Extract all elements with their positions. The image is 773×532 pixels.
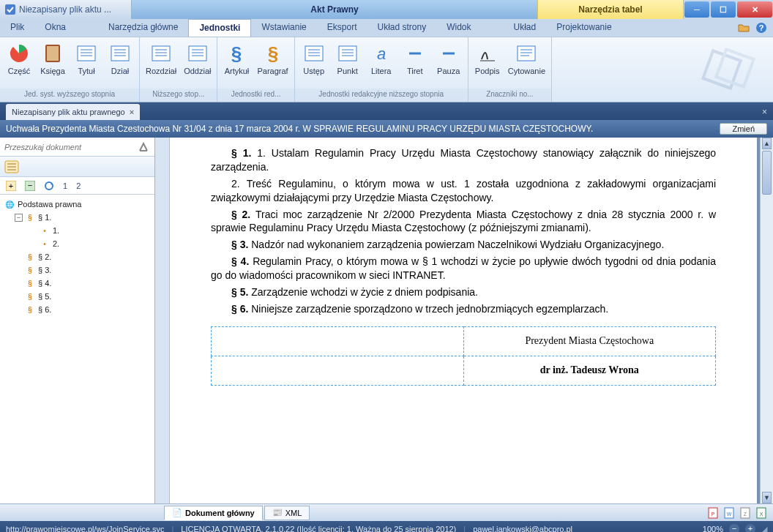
menu-wstawianie[interactable]: Wstawianie [251, 19, 316, 37]
menu-widok[interactable]: Widok [436, 19, 481, 37]
expander-icon[interactable]: − [15, 214, 23, 222]
ribbon-paragraf[interactable]: §Paragraf [254, 40, 291, 89]
menu-plik[interactable]: Plik [0, 19, 34, 37]
tree-item[interactable]: •1. [1, 224, 153, 237]
ribbon-group-label: Jed. syst. wyższego stopnia [0, 89, 139, 102]
clear-search-icon[interactable] [138, 142, 150, 152]
tree-item[interactable]: −§§ 1. [1, 211, 153, 224]
menu-układ-strony[interactable]: Układ strony [367, 19, 436, 37]
sidebar: + − 1 2 🌐 Podstawa prawna −§§ 1.•1.•2.§§… [0, 138, 155, 503]
artykul-icon: § [225, 42, 248, 65]
ribbon-pauza[interactable]: Pauza [433, 40, 465, 89]
change-button[interactable]: Zmień [720, 123, 767, 135]
refresh-icon[interactable] [44, 181, 54, 191]
window-controls: ─ ☐ ✕ [684, 0, 773, 19]
svg-rect-13 [152, 46, 170, 61]
level-1[interactable]: 1 [63, 181, 67, 190]
paragraph-icon: § [25, 265, 35, 275]
tree-item[interactable]: §§ 5. [1, 290, 153, 303]
para-6-num: § 6. [231, 303, 251, 315]
ribbon-cytowanie[interactable]: Cytowanie [505, 40, 548, 89]
ribbon-oddział[interactable]: Oddział [181, 40, 214, 89]
search-input[interactable] [4, 143, 138, 151]
svg-text:Z: Z [744, 512, 747, 517]
bottom-tab-strip: 📄 Dokument główny 📰 XML P W Z X [0, 503, 773, 521]
menu-okna[interactable]: Okna [34, 19, 76, 37]
maximize-button[interactable]: ☐ [711, 1, 736, 18]
window-titlebar: Niezapisany plik aktu ... Akt Prawny Nar… [0, 0, 773, 19]
ribbon-litera[interactable]: aLitera [365, 40, 397, 89]
resize-grip-icon[interactable]: ◢ [761, 525, 767, 533]
expand-all-icon[interactable]: + [6, 181, 16, 191]
svg-text:§: § [231, 42, 242, 64]
tree-item[interactable]: §§ 2. [1, 250, 153, 263]
menu-jednostki[interactable]: Jednostki [188, 19, 251, 37]
scroll-down-icon[interactable]: ▼ [762, 492, 772, 503]
tiret-icon [403, 42, 427, 65]
menu-narzędzia-główne[interactable]: Narzędzia główne [98, 19, 188, 37]
paragraph-icon: § [25, 278, 35, 288]
ribbon-część[interactable]: Część [3, 40, 35, 89]
ribbon-tytuł[interactable]: Tytuł [70, 40, 102, 89]
outline-view-icon[interactable] [4, 160, 19, 173]
close-all-tabs-icon[interactable]: × [756, 104, 773, 120]
search-row [0, 138, 154, 157]
svg-rect-23 [305, 46, 323, 61]
ribbon-dział[interactable]: Dział [104, 40, 136, 89]
ribbon-group-label: Jednostki redakcyjne niższego stopnia [295, 89, 468, 102]
ribbon-tiret[interactable]: Tiret [399, 40, 431, 89]
ribbon-punkt[interactable]: Punkt [332, 40, 364, 89]
export-doc-icon[interactable]: W [723, 507, 735, 519]
signature-title: Prezydent Miasta Częstochowa [463, 326, 716, 356]
zoom-out-button[interactable]: − [729, 524, 739, 532]
menu-eksport[interactable]: Eksport [317, 19, 367, 37]
level-2[interactable]: 2 [76, 181, 81, 190]
tree-item[interactable]: §§ 6. [1, 303, 153, 316]
vertical-scrollbar[interactable]: ▲ ▼ [760, 138, 773, 503]
help-icon[interactable]: ? [755, 22, 767, 34]
menu-projektowanie[interactable]: Projektowanie [546, 19, 621, 37]
para-1-2: 2. Treść Regulaminu, o którym mowa w ust… [211, 178, 716, 203]
status-zoom: 100% [703, 525, 723, 532]
document-header-text: Uchwała Prezydenta Miasta Czestochowa Nr… [6, 124, 593, 134]
tab-main-document[interactable]: 📄 Dokument główny [164, 506, 263, 520]
collapse-all-icon[interactable]: − [25, 181, 35, 191]
ribbon-księga[interactable]: Księga [37, 40, 69, 89]
tree-item[interactable]: •2. [1, 237, 153, 250]
para-1-1: 1. Ustalam Regulamin Pracy Urzędu Miasta… [211, 147, 716, 173]
pie-icon [7, 42, 31, 65]
scroll-thumb[interactable] [762, 151, 772, 195]
ribbon: CzęśćKsięgaTytułDziałJed. syst. wyższego… [0, 37, 773, 102]
svg-rect-27 [339, 46, 356, 61]
ustep-icon [302, 42, 326, 65]
tree-item[interactable]: §§ 4. [1, 277, 153, 290]
ribbon-artykuł[interactable]: §Artykuł [220, 40, 253, 89]
ribbon-ustęp[interactable]: Ustęp [298, 40, 330, 89]
ribbon-group-label: Jednostki red... [217, 89, 294, 102]
status-url: http://prawomiejscowe.pl/ws/JoinService.… [6, 525, 164, 532]
tree-item[interactable]: §§ 3. [1, 263, 153, 277]
para-4: Regulamin Pracy, o którym mowa w § 1 wch… [211, 255, 716, 281]
document-tab[interactable]: Niezapisany plik aktu prawnego × [6, 104, 140, 120]
export-xml-icon[interactable]: X [755, 507, 767, 519]
tree-root[interactable]: 🌐 Podstawa prawna [1, 198, 153, 211]
document-page[interactable]: § 1. 1. Ustalam Regulamin Pracy Urzędu M… [170, 138, 757, 503]
menu-bar: PlikOknaNarzędzia główneJednostkiWstawia… [0, 19, 773, 37]
tab-xml[interactable]: 📰 XML [264, 506, 310, 520]
ribbon-podpis[interactable]: Podpis [471, 40, 504, 89]
close-button[interactable]: ✕ [737, 1, 772, 18]
para-6: Niniejsze zarządzenie sporządzono w trze… [251, 303, 608, 315]
ribbon-rozdział[interactable]: Rozdział [143, 40, 179, 89]
status-bar: http://prawomiejscowe.pl/ws/JoinService.… [0, 521, 773, 532]
export-pdf-icon[interactable]: P [707, 507, 719, 519]
zoom-in-button[interactable]: + [745, 524, 755, 532]
para-3: Nadzór nad wykonaniem zarządzenia powier… [251, 239, 664, 250]
menu-układ[interactable]: Układ [504, 19, 547, 37]
export-zip-icon[interactable]: Z [739, 507, 751, 519]
scroll-up-icon[interactable]: ▲ [762, 138, 772, 149]
folder-icon[interactable] [738, 22, 750, 34]
svg-text:−: − [28, 181, 32, 190]
close-tab-icon[interactable]: × [130, 108, 134, 116]
para-5-num: § 5. [231, 286, 251, 298]
minimize-button[interactable]: ─ [684, 1, 709, 18]
